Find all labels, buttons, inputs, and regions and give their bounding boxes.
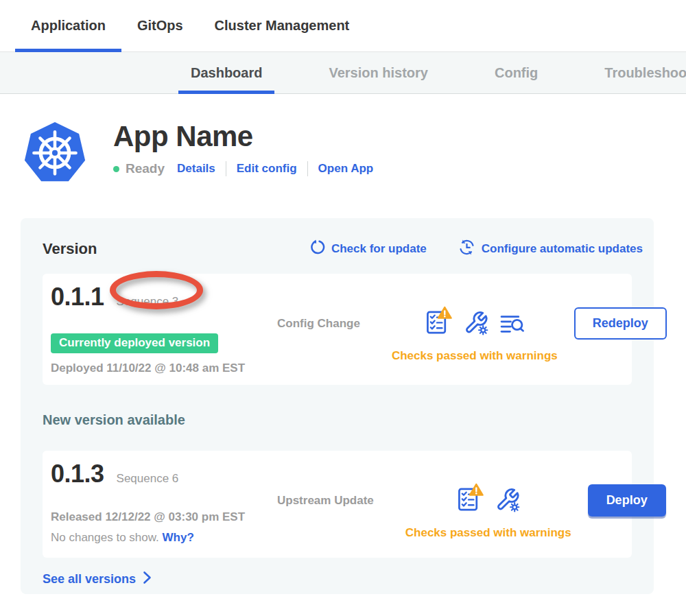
wrench-gear-icon[interactable]: [464, 310, 488, 338]
auto-update-clock-icon: [458, 239, 475, 259]
deploy-button[interactable]: Deploy: [588, 484, 666, 517]
deployed-timestamp: Deployed 11/10/22 @ 10:48 am EST: [51, 362, 277, 375]
why-link[interactable]: Why?: [163, 531, 194, 544]
current-version-body: Config Change: [277, 306, 667, 363]
tab-gitops[interactable]: GitOps: [121, 0, 199, 51]
tab-config[interactable]: Config: [482, 52, 550, 93]
new-version-heading: New version available: [43, 412, 632, 428]
available-version-info: 0.1.3 Sequence 6 Released 12/12/22 @ 03:…: [51, 460, 277, 545]
app-title: App Name: [113, 121, 373, 152]
available-version-card: 0.1.3 Sequence 6 Released 12/12/22 @ 03:…: [43, 451, 632, 558]
currently-deployed-badge: Currently deployed version: [51, 333, 218, 353]
divider: [226, 161, 226, 176]
available-version-body: Upstream Update: [277, 483, 666, 540]
app-header: App Name Ready Details Edit config Open …: [0, 94, 686, 185]
checks-column: Checks passed with warnings: [405, 483, 571, 540]
current-version-card: 0.1.1 Sequence 3 Currently deployed vers…: [43, 274, 632, 385]
version-row: 0.1.1 Sequence 3: [51, 283, 277, 316]
tab-troubleshoot[interactable]: Troubleshoot: [592, 52, 686, 93]
version-row: 0.1.3 Sequence 6: [51, 460, 277, 493]
divider: [307, 161, 308, 176]
checks-status-text: Checks passed with warnings: [392, 349, 558, 363]
refresh-icon: [309, 239, 325, 259]
preflight-checks-icon[interactable]: [425, 306, 452, 338]
no-changes-text: No changes to show. Why?: [51, 531, 277, 545]
tab-cluster-management[interactable]: Cluster Management: [199, 0, 366, 51]
available-version-number: 0.1.3: [51, 460, 104, 488]
top-nav: Application GitOps Cluster Management: [0, 0, 686, 52]
checks-column: Checks passed with warnings: [392, 306, 558, 363]
version-panel-actions: Check for update: [309, 239, 643, 259]
version-panel-title: Version: [43, 240, 97, 258]
version-panel: Version Check for update: [21, 218, 654, 594]
checks-icons-row: [425, 306, 524, 338]
configure-automatic-updates-link[interactable]: Configure automatic updates: [458, 239, 643, 259]
version-panel-header: Version Check for update: [43, 239, 632, 259]
app-status-row: Ready Details Edit config Open App: [113, 161, 373, 176]
check-for-update-link[interactable]: Check for update: [309, 239, 427, 259]
edit-config-link[interactable]: Edit config: [237, 162, 297, 176]
available-version-sequence: Sequence 6: [117, 465, 179, 493]
app-dashboard-screen: Application GitOps Cluster Management Da…: [0, 0, 686, 616]
kubernetes-logo-icon: [24, 119, 86, 185]
version-source-label: Upstream Update: [277, 494, 374, 508]
wrench-gear-icon[interactable]: [495, 487, 520, 515]
preflight-checks-icon[interactable]: [457, 483, 484, 515]
chevron-right-icon: [143, 571, 152, 588]
checks-icons-row: [457, 483, 520, 515]
current-version-sequence: Sequence 3: [117, 288, 179, 316]
open-app-link[interactable]: Open App: [318, 162, 374, 176]
sub-nav: Dashboard Version history Config Trouble…: [0, 52, 686, 94]
checks-status-text: Checks passed with warnings: [405, 526, 571, 540]
tab-version-history[interactable]: Version history: [316, 52, 440, 93]
released-timestamp: Released 12/12/22 @ 03:30 pm EST: [51, 510, 277, 524]
app-header-info: App Name Ready Details Edit config Open …: [113, 119, 373, 176]
tab-dashboard[interactable]: Dashboard: [178, 52, 274, 93]
version-source-label: Config Change: [277, 317, 360, 331]
view-diff-icon[interactable]: [500, 314, 524, 338]
current-version-info: 0.1.1 Sequence 3 Currently deployed vers…: [51, 283, 277, 375]
tab-application[interactable]: Application: [15, 0, 121, 51]
see-all-versions-link[interactable]: See all versions: [43, 571, 152, 588]
details-link[interactable]: Details: [177, 162, 215, 176]
status-dot-icon: [113, 166, 119, 172]
app-status: Ready: [126, 161, 165, 176]
current-version-number: 0.1.1: [51, 283, 104, 311]
redeploy-button[interactable]: Redeploy: [574, 307, 667, 340]
